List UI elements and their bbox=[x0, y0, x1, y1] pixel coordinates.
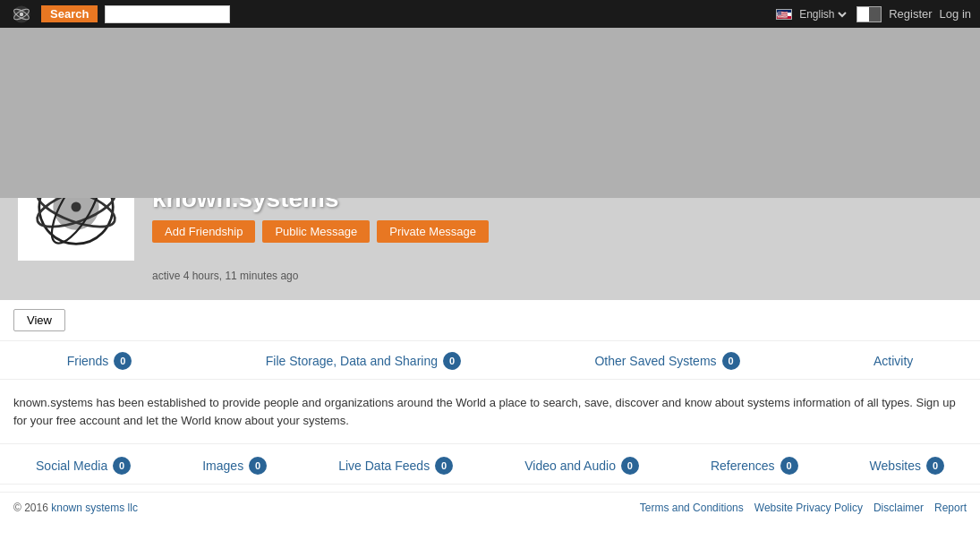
tab-references[interactable]: References 0 bbox=[711, 457, 798, 475]
svg-point-10 bbox=[72, 202, 81, 212]
tab-friends-label: Friends bbox=[67, 354, 109, 368]
tab-references-label: References bbox=[711, 459, 775, 473]
nav-tabs: Friends 0 File Storage, Data and Sharing… bbox=[0, 341, 980, 380]
public-message-button[interactable]: Public Message bbox=[262, 220, 370, 243]
dark-theme bbox=[869, 7, 881, 21]
description-text: known.systems has been established to pr… bbox=[0, 380, 980, 444]
action-buttons: Add Friendship Public Message Private Me… bbox=[152, 220, 489, 243]
tab-other-saved-badge: 0 bbox=[722, 352, 740, 370]
report-link[interactable]: Report bbox=[934, 502, 967, 514]
tab-friends[interactable]: Friends 0 bbox=[67, 352, 132, 370]
tab-images[interactable]: Images 0 bbox=[202, 457, 267, 475]
tab-websites-badge: 0 bbox=[926, 457, 944, 475]
private-message-button[interactable]: Private Message bbox=[377, 220, 489, 243]
tab-websites-label: Websites bbox=[870, 459, 921, 473]
header: Search 🇺🇸 English Register Log in bbox=[0, 0, 980, 28]
theme-toggle[interactable] bbox=[856, 6, 882, 22]
content: View Friends 0 File Storage, Data and Sh… bbox=[0, 300, 980, 485]
register-link[interactable]: Register bbox=[889, 7, 932, 21]
bottom-tabs: Social Media 0 Images 0 Live Data Feeds … bbox=[0, 444, 980, 485]
svg-point-3 bbox=[20, 12, 23, 15]
view-button[interactable]: View bbox=[13, 309, 65, 331]
search-input[interactable] bbox=[105, 5, 230, 23]
tab-images-label: Images bbox=[202, 459, 243, 473]
tab-video-audio-label: Video and Audio bbox=[524, 459, 616, 473]
disclaimer-link[interactable]: Disclaimer bbox=[873, 502, 924, 514]
tab-friends-badge: 0 bbox=[114, 352, 132, 370]
tab-video-audio-badge: 0 bbox=[621, 457, 639, 475]
tab-activity-label: Activity bbox=[873, 354, 913, 368]
tab-live-data-label: Live Data Feeds bbox=[338, 459, 430, 473]
cover-banner bbox=[0, 28, 980, 198]
tab-live-data-badge: 0 bbox=[435, 457, 453, 475]
tab-file-storage-badge: 0 bbox=[443, 352, 461, 370]
privacy-link[interactable]: Website Privacy Policy bbox=[754, 502, 863, 514]
flag-icon: 🇺🇸 bbox=[776, 9, 792, 20]
copyright-symbol: © 2016 bbox=[13, 502, 48, 514]
tab-live-data-feeds[interactable]: Live Data Feeds 0 bbox=[338, 457, 453, 475]
tab-images-badge: 0 bbox=[249, 457, 267, 475]
footer-links: Terms and Conditions Website Privacy Pol… bbox=[640, 502, 967, 514]
language-selector[interactable]: 🇺🇸 English bbox=[776, 7, 849, 21]
company-link[interactable]: known systems llc bbox=[51, 502, 138, 514]
search-label: Search bbox=[41, 5, 98, 22]
footer: © 2016 known systems llc Terms and Condi… bbox=[0, 492, 980, 523]
site-logo[interactable] bbox=[9, 2, 34, 27]
tab-other-saved-systems[interactable]: Other Saved Systems 0 bbox=[594, 352, 739, 370]
profile-section: known.systems Add Friendship Public Mess… bbox=[0, 198, 980, 300]
add-friendship-button[interactable]: Add Friendship bbox=[152, 220, 255, 243]
tab-social-media[interactable]: Social Media 0 bbox=[36, 457, 131, 475]
tab-social-media-badge: 0 bbox=[113, 457, 131, 475]
active-status: active 4 hours, 11 minutes ago bbox=[152, 270, 962, 287]
language-dropdown[interactable]: English bbox=[796, 7, 849, 21]
tab-references-badge: 0 bbox=[780, 457, 798, 475]
light-theme bbox=[857, 7, 869, 21]
tab-social-media-label: Social Media bbox=[36, 459, 107, 473]
footer-copyright: © 2016 known systems llc bbox=[13, 502, 640, 514]
tab-other-saved-label: Other Saved Systems bbox=[594, 354, 716, 368]
terms-link[interactable]: Terms and Conditions bbox=[640, 502, 744, 514]
view-bar: View bbox=[0, 300, 980, 341]
tab-activity[interactable]: Activity bbox=[873, 354, 913, 368]
login-link[interactable]: Log in bbox=[940, 7, 971, 21]
tab-websites[interactable]: Websites 0 bbox=[870, 457, 944, 475]
tab-file-storage-label: File Storage, Data and Sharing bbox=[266, 354, 438, 368]
tab-file-storage[interactable]: File Storage, Data and Sharing 0 bbox=[266, 352, 461, 370]
tab-video-audio[interactable]: Video and Audio 0 bbox=[524, 457, 639, 475]
